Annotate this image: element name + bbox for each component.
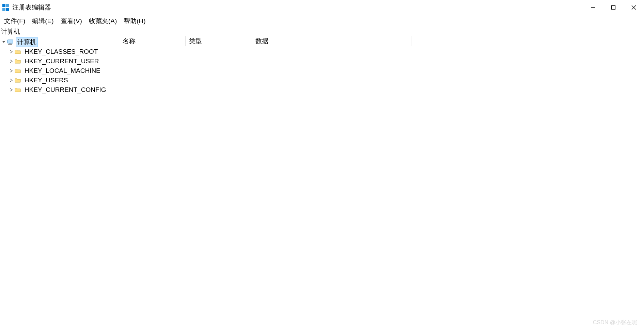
title-bar: 注册表编辑器 [0, 0, 644, 15]
computer-icon [7, 39, 14, 46]
expand-toggle-icon[interactable] [8, 79, 14, 82]
menu-help[interactable]: 帮助(H) [120, 15, 149, 27]
tree-item-hklm[interactable]: HKEY_LOCAL_MACHINE [8, 66, 119, 76]
column-header-type[interactable]: 类型 [186, 36, 252, 46]
tree-item-label: HKEY_USERS [23, 76, 69, 84]
values-body[interactable] [119, 46, 644, 329]
tree-item-label: HKEY_CURRENT_CONFIG [23, 86, 108, 94]
tree-item-hkcc[interactable]: HKEY_CURRENT_CONFIG [8, 85, 119, 95]
folder-icon [14, 48, 21, 55]
tree-item-label: HKEY_LOCAL_MACHINE [23, 67, 102, 75]
path-text: 计算机 [1, 27, 20, 36]
expand-toggle-icon[interactable] [8, 88, 14, 92]
menu-file[interactable]: 文件(F) [1, 15, 29, 27]
folder-icon [14, 58, 21, 65]
column-header-data[interactable]: 数据 [252, 36, 411, 46]
menu-favorites[interactable]: 收藏夹(A) [85, 15, 120, 27]
maximize-button[interactable] [603, 0, 624, 15]
svg-rect-4 [7, 40, 13, 43]
tree-pane[interactable]: 计算机 HKEY_CLASSES_ROOT [0, 36, 119, 329]
main-area: 计算机 HKEY_CLASSES_ROOT [0, 36, 644, 329]
app-title: 注册表编辑器 [12, 3, 51, 12]
expand-toggle-icon[interactable] [8, 60, 14, 63]
svg-rect-6 [8, 44, 12, 45]
menu-bar: 文件(F) 编辑(E) 查看(V) 收藏夹(A) 帮助(H) [0, 15, 644, 27]
values-pane[interactable]: 名称 类型 数据 [119, 36, 644, 329]
values-header: 名称 类型 数据 [119, 36, 644, 46]
svg-rect-5 [9, 44, 12, 44]
svg-rect-1 [612, 6, 615, 10]
minimize-button[interactable] [583, 0, 603, 15]
window-controls [583, 0, 644, 15]
expand-toggle-icon[interactable] [8, 69, 14, 72]
close-button[interactable] [624, 0, 644, 15]
app-icon [2, 4, 10, 11]
tree-item-label: HKEY_CURRENT_USER [23, 57, 100, 65]
tree-item-hkcr[interactable]: HKEY_CLASSES_ROOT [8, 47, 119, 56]
column-header-name[interactable]: 名称 [119, 36, 186, 46]
tree-children: HKEY_CLASSES_ROOT HKEY_CURRENT_USER [0, 47, 119, 95]
expand-toggle-icon[interactable] [8, 50, 14, 53]
watermark: CSDN @小张在呢 [593, 319, 637, 326]
path-bar[interactable]: 计算机 [0, 27, 644, 36]
tree-item-hku[interactable]: HKEY_USERS [8, 76, 119, 85]
folder-icon [14, 86, 21, 93]
tree-root-row[interactable]: 计算机 [0, 37, 119, 47]
tree-item-label: HKEY_CLASSES_ROOT [23, 48, 99, 56]
tree-root-label[interactable]: 计算机 [16, 37, 38, 47]
expand-toggle-icon[interactable] [1, 40, 7, 44]
menu-view[interactable]: 查看(V) [57, 15, 85, 27]
folder-icon [14, 77, 21, 84]
tree-item-hkcu[interactable]: HKEY_CURRENT_USER [8, 56, 119, 66]
folder-icon [14, 67, 21, 74]
menu-edit[interactable]: 编辑(E) [29, 15, 57, 27]
